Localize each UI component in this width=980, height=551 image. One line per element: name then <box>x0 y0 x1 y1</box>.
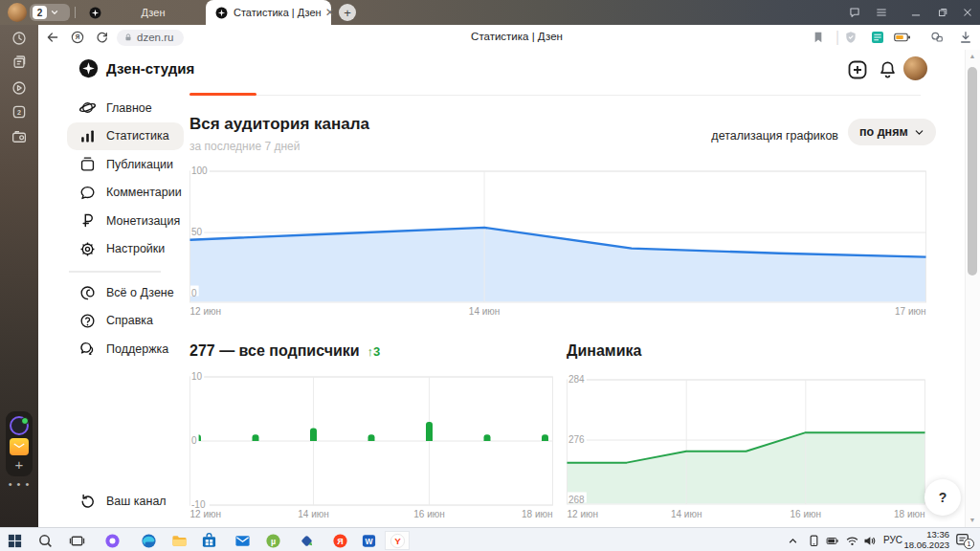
help-button[interactable]: ? <box>924 479 961 516</box>
studio-brand[interactable]: Дзен-студия <box>78 58 194 78</box>
audience-chart[interactable]: 05010012 июн14 июн17 июн <box>189 161 926 321</box>
close-tab-icon[interactable]: ✕ <box>325 6 335 19</box>
alice-icon[interactable] <box>10 416 29 435</box>
subscribers-title: 277 — все подписчики↑3 <box>189 342 380 360</box>
svg-text:0: 0 <box>191 435 197 446</box>
taskbar-remote-access-icon[interactable] <box>294 531 319 550</box>
svg-text:16 июн: 16 июн <box>791 509 822 519</box>
studio-brand-label: Дзен-студия <box>106 60 194 77</box>
sidebar-item-stats[interactable]: Статистика <box>67 122 184 151</box>
extensions-icon[interactable] <box>928 29 946 46</box>
shield-icon[interactable] <box>842 29 859 46</box>
taskbar-mail-icon[interactable] <box>230 531 255 550</box>
taskbar-yandex-browser-icon[interactable]: Y <box>385 531 410 550</box>
volume-icon[interactable] <box>861 533 878 548</box>
sidebar-item-publications[interactable]: Публикации <box>67 150 184 179</box>
collections-icon[interactable] <box>11 54 28 71</box>
menu-icon[interactable] <box>873 4 890 21</box>
new-tab-button[interactable]: + <box>339 4 356 21</box>
publications-icon <box>78 155 97 173</box>
browser-profile-avatar[interactable] <box>8 3 27 22</box>
header-divider <box>189 95 921 96</box>
restore-icon[interactable] <box>934 4 951 21</box>
chevron-up-icon[interactable] <box>785 533 801 548</box>
lock-icon[interactable] <box>123 33 133 42</box>
screenshot-icon[interactable] <box>11 128 28 145</box>
time: 13:36 <box>898 530 949 540</box>
sidebar-item-ruble[interactable]: Монетизация <box>67 207 184 235</box>
sidebar-item-zen[interactable]: Всё о Дзене <box>67 278 184 307</box>
device-icon[interactable] <box>806 533 822 548</box>
taskbar-search-icon[interactable] <box>33 531 57 550</box>
address-bar[interactable]: dzen.ru <box>117 30 184 46</box>
sidebar-item-comments[interactable]: Комментарии <box>67 179 184 208</box>
taskbar-store-icon[interactable] <box>196 531 221 550</box>
taskbar-file-explorer-icon[interactable] <box>167 531 191 550</box>
tabs-counter-icon[interactable]: 2 <box>11 103 28 121</box>
subscribers-chart[interactable]: -1001012 июн14 июн16 июн18 июн <box>189 366 553 524</box>
scrollbar-down-icon[interactable]: ▼ <box>965 517 980 523</box>
svg-text:Я: Я <box>76 33 80 40</box>
sidebar-item-gear[interactable]: Настройки <box>67 235 184 264</box>
sidebar-item-label: Настройки <box>106 242 165 255</box>
browser-toolbar: Я dzen.ru Статистика | Дзен | <box>38 25 980 50</box>
taskbar-word-icon[interactable]: W <box>356 531 381 550</box>
close-icon[interactable] <box>959 4 976 21</box>
translate-extension-icon[interactable] <box>869 29 886 46</box>
svg-text:12 июн: 12 июн <box>190 509 222 519</box>
studio-nav-footer: Ваш канал <box>67 487 184 516</box>
scrollbar-thumb[interactable] <box>968 67 977 276</box>
sidebar-item-back[interactable]: Ваш канал <box>67 487 184 516</box>
minimize-icon[interactable] <box>907 4 924 21</box>
bell-icon[interactable] <box>877 58 899 80</box>
video-icon[interactable] <box>11 79 28 97</box>
svg-text:12 июн: 12 июн <box>190 306 222 317</box>
refresh-icon[interactable] <box>94 29 111 46</box>
sidebar-item-help[interactable]: Справка <box>67 307 184 336</box>
tab-title: Статистика | Дзен <box>234 7 322 18</box>
taskbar-start-icon[interactable] <box>2 531 27 550</box>
sidebar-item-support[interactable]: Поддержка <box>67 335 184 364</box>
mail-icon[interactable] <box>10 438 29 455</box>
detail-select[interactable]: по дням <box>848 119 936 145</box>
tab-statistics[interactable]: Статистика | Дзен ✕ <box>206 0 331 25</box>
downloads-icon[interactable] <box>957 29 974 46</box>
add-content-button[interactable] <box>846 58 869 81</box>
subscribers-delta: ↑3 <box>368 344 381 359</box>
back-icon <box>78 492 97 510</box>
tab-dzen[interactable]: Дзен <box>82 0 205 25</box>
clock[interactable]: 13:36 18.06.2023 <box>898 530 949 550</box>
tab-group-button[interactable]: 2 <box>30 4 70 21</box>
svg-text:276: 276 <box>568 434 585 445</box>
battery-icon[interactable] <box>825 533 841 548</box>
battery-extension-icon[interactable] <box>894 29 911 46</box>
taskbar-yandex-icon[interactable]: Я <box>327 531 352 550</box>
dock-add-icon[interactable]: + <box>6 456 33 473</box>
sidebar-item-planet[interactable]: Главное <box>67 94 184 122</box>
feedback-icon[interactable] <box>846 4 863 21</box>
svg-text:14 июн: 14 июн <box>469 306 501 317</box>
svg-text:Я: Я <box>337 536 343 545</box>
scrollbar-up-icon[interactable]: ▲ <box>965 53 980 59</box>
taskbar-utorrent-icon[interactable]: µ <box>260 531 285 550</box>
taskbar-task-view-icon[interactable] <box>64 531 89 550</box>
bookmark-icon[interactable] <box>810 29 827 46</box>
stats-icon <box>78 127 97 145</box>
svg-text:2: 2 <box>17 109 21 117</box>
yandex-search-icon[interactable]: Я <box>69 29 86 46</box>
address-url: dzen.ru <box>137 32 173 43</box>
svg-text:50: 50 <box>191 227 203 237</box>
comments-icon <box>78 184 97 202</box>
sidebar-item-label: Публикации <box>106 158 173 171</box>
dynamics-chart[interactable]: 26827628412 июн14 июн16 июн18 июн <box>567 366 925 524</box>
history-icon[interactable] <box>11 30 28 47</box>
user-avatar[interactable] <box>903 56 927 80</box>
taskbar-alice-icon[interactable] <box>100 531 124 550</box>
dzen-logo-icon <box>89 7 101 19</box>
back-icon[interactable] <box>44 29 61 46</box>
taskbar-edge-icon[interactable] <box>136 531 161 550</box>
wifi-icon[interactable] <box>844 533 860 548</box>
svg-text:Y: Y <box>394 536 401 546</box>
more-icon[interactable]: • • • <box>0 478 38 490</box>
date: 18.06.2023 <box>898 540 949 551</box>
